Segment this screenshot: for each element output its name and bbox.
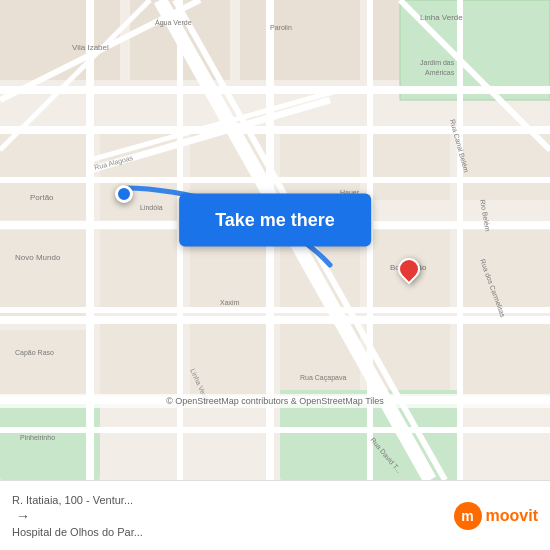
- svg-text:Jardim das: Jardim das: [420, 59, 455, 66]
- moovit-icon-letter: m: [461, 508, 473, 524]
- map-container: Rua Alagoas Linha Verde Vila Izabel Água…: [0, 0, 550, 480]
- svg-text:Lindóia: Lindóia: [140, 204, 163, 211]
- origin-marker: [115, 185, 133, 203]
- svg-text:Portão: Portão: [30, 193, 54, 202]
- svg-rect-7: [0, 130, 90, 220]
- svg-rect-24: [460, 320, 550, 400]
- svg-text:Novo Mundo: Novo Mundo: [15, 253, 61, 262]
- moovit-icon: m: [454, 502, 482, 530]
- route-to: Hospital de Olhos do Par...: [12, 526, 143, 538]
- map-attribution: © OpenStreetMap contributors & OpenStree…: [0, 394, 550, 408]
- svg-rect-8: [0, 230, 90, 320]
- svg-rect-3: [240, 0, 360, 80]
- svg-text:Capão Raso: Capão Raso: [15, 349, 54, 357]
- svg-text:Pinheirinho: Pinheirinho: [20, 434, 55, 441]
- svg-text:Xaxim: Xaxim: [220, 299, 240, 306]
- route-arrow: →: [16, 508, 30, 524]
- svg-text:Parolin: Parolin: [270, 24, 292, 31]
- destination-marker: [398, 258, 420, 286]
- take-me-there-button[interactable]: Take me there: [179, 194, 371, 247]
- svg-text:Rua Caçapava: Rua Caçapava: [300, 374, 346, 382]
- bottom-bar: R. Itatiaia, 100 - Ventur... → Hospital …: [0, 480, 550, 550]
- route-info: R. Itatiaia, 100 - Ventur... → Hospital …: [12, 494, 143, 538]
- svg-rect-20: [100, 320, 180, 400]
- moovit-name: moovit: [486, 507, 538, 525]
- route-from: R. Itatiaia, 100 - Ventur...: [12, 494, 143, 506]
- moovit-branding: m moovit: [454, 502, 538, 530]
- svg-rect-15: [100, 230, 180, 310]
- attribution-text: © OpenStreetMap contributors & OpenStree…: [166, 396, 384, 406]
- svg-text:Vila Izabel: Vila Izabel: [72, 43, 109, 52]
- svg-text:Américas: Américas: [425, 69, 455, 76]
- svg-text:Água Verde: Água Verde: [155, 18, 192, 27]
- svg-rect-13: [370, 130, 450, 200]
- svg-rect-19: [460, 230, 550, 310]
- svg-text:Linha Verde: Linha Verde: [420, 13, 463, 22]
